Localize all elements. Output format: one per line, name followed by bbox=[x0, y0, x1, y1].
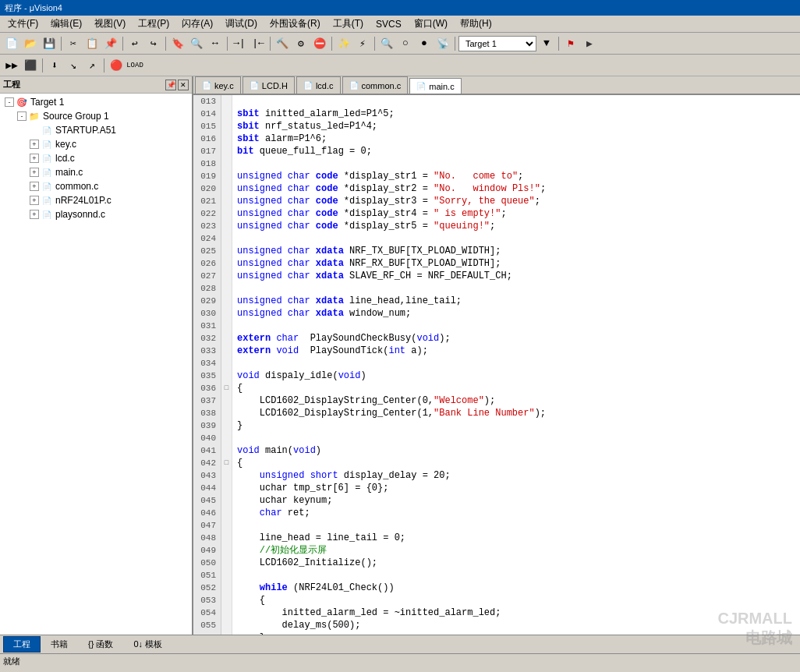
options-btn[interactable]: ○ bbox=[397, 35, 414, 52]
device-btn[interactable]: 📡 bbox=[434, 35, 451, 52]
line-code-046[interactable]: char ret; bbox=[232, 507, 800, 519]
line-code-026[interactable]: unsigned char xdata NRF_RX_BUF[TX_PLOAD_… bbox=[232, 257, 800, 270]
menu-peripherals[interactable]: 外围设备(R) bbox=[264, 16, 327, 32]
line-code-050[interactable]: LCD1602_Initialize(); bbox=[232, 557, 800, 569]
menu-window[interactable]: 窗口(W) bbox=[408, 16, 454, 32]
panel-close-btn[interactable]: ✕ bbox=[178, 80, 189, 90]
line-fold-036[interactable]: □ bbox=[221, 382, 232, 394]
settings-btn[interactable]: ● bbox=[416, 35, 433, 52]
copy-btn[interactable]: 📋 bbox=[83, 35, 101, 52]
build-target-btn[interactable]: 🔨 bbox=[274, 35, 291, 52]
flash-btn[interactable]: ⚡ bbox=[354, 35, 371, 52]
paste-btn[interactable]: 📌 bbox=[102, 35, 119, 52]
line-code-025[interactable]: unsigned char xdata NRF_TX_BUF[TX_PLOAD_… bbox=[232, 245, 800, 257]
menu-flash[interactable]: 闪存(A) bbox=[175, 16, 219, 32]
tree-keyc[interactable]: + 📄 key.c bbox=[2, 137, 190, 151]
line-code-023[interactable]: unsigned char code *display_str5 = "queu… bbox=[232, 220, 800, 232]
line-code-019[interactable]: unsigned char code *display_str1 = "No. … bbox=[232, 170, 800, 182]
cut-btn[interactable]: ✂ bbox=[65, 35, 82, 52]
line-code-030[interactable]: unsigned char xdata window_num; bbox=[232, 307, 800, 320]
expand-source-icon[interactable]: - bbox=[17, 111, 27, 121]
rebuild-btn[interactable]: ⚙ bbox=[292, 35, 310, 52]
line-code-037[interactable]: LCD1602_DisplayString_Center(0,"Welcome"… bbox=[232, 394, 800, 407]
expand-nrf-icon[interactable]: + bbox=[30, 196, 39, 205]
menu-project[interactable]: 工程(P) bbox=[132, 16, 175, 32]
tab-commonc[interactable]: 📄 common.c bbox=[342, 76, 409, 94]
line-code-034[interactable] bbox=[232, 357, 800, 370]
breakpoint[interactable]: 🔴 bbox=[108, 57, 125, 74]
line-code-028[interactable] bbox=[232, 282, 800, 295]
bookmark-btn[interactable]: 🔖 bbox=[169, 35, 186, 52]
line-code-031[interactable] bbox=[232, 320, 800, 332]
tab-lcdc[interactable]: 📄 lcd.c bbox=[296, 76, 341, 94]
line-code-039[interactable]: } bbox=[232, 419, 800, 432]
expand-main-icon[interactable]: + bbox=[30, 168, 39, 177]
line-code-052[interactable]: while (NRF24L01_Check()) bbox=[232, 582, 800, 594]
step-over[interactable]: ⬇ bbox=[46, 57, 63, 74]
line-code-047[interactable] bbox=[232, 519, 800, 532]
line-code-055[interactable]: delay_ms(500); bbox=[232, 619, 800, 631]
line-code-044[interactable]: uchar tmp_str[6] = {0}; bbox=[232, 482, 800, 494]
expand-key-icon[interactable]: + bbox=[30, 140, 39, 149]
line-code-049[interactable]: //初始化显示屏 bbox=[232, 544, 800, 557]
tree-lcdc[interactable]: + 📄 lcd.c bbox=[2, 151, 190, 165]
magic-btn[interactable]: ✨ bbox=[335, 35, 352, 52]
menu-file[interactable]: 文件(F) bbox=[2, 16, 44, 32]
tree-commonc[interactable]: + 📄 common.c bbox=[2, 179, 190, 193]
tree-startup[interactable]: 📄 STARTUP.A51 bbox=[2, 123, 190, 137]
expand-common-icon[interactable]: + bbox=[30, 182, 39, 191]
line-code-018[interactable] bbox=[232, 157, 800, 170]
line-code-041[interactable]: void main(void) bbox=[232, 444, 800, 457]
stop-btn[interactable]: ⛔ bbox=[311, 35, 328, 52]
line-code-056[interactable]: } bbox=[232, 631, 800, 635]
search-zoom-btn[interactable]: 🔍 bbox=[378, 35, 395, 52]
indent-btn[interactable]: →| bbox=[231, 35, 248, 52]
replace-btn[interactable]: ↔ bbox=[207, 35, 224, 52]
tree-playc[interactable]: + 📄 playsonnd.c bbox=[2, 207, 190, 221]
tree-mainc[interactable]: + 📄 main.c bbox=[2, 165, 190, 179]
target-dropdown[interactable]: Target 1 bbox=[458, 36, 536, 51]
menu-help[interactable]: 帮助(H) bbox=[454, 16, 498, 32]
redo-btn[interactable]: ↪ bbox=[145, 35, 162, 52]
tree-nrfc[interactable]: + 📄 nRF24L01P.c bbox=[2, 193, 190, 207]
bottom-tab-templates[interactable]: 0↓ 模板 bbox=[123, 636, 172, 653]
line-code-033[interactable]: extern void PlaySoundTick(int a); bbox=[232, 345, 800, 357]
menu-view[interactable]: 视图(V) bbox=[88, 16, 132, 32]
save-btn[interactable]: 💾 bbox=[41, 35, 58, 52]
step-out[interactable]: ↗ bbox=[83, 57, 101, 74]
line-code-024[interactable] bbox=[232, 232, 800, 245]
line-code-048[interactable]: line_head = line_tail = 0; bbox=[232, 532, 800, 544]
new-btn[interactable]: 📄 bbox=[3, 35, 20, 52]
tree-target1[interactable]: - 🎯 Target 1 bbox=[2, 95, 190, 109]
bottom-tab-functions[interactable]: {} 函数 bbox=[78, 636, 123, 653]
line-code-014[interactable]: sbit initted_alarm_led=P1^5; bbox=[232, 108, 800, 120]
line-code-022[interactable]: unsigned char code *display_str4 = " is … bbox=[232, 207, 800, 220]
bottom-tab-books[interactable]: 书籍 bbox=[41, 636, 78, 653]
bottom-tab-project[interactable]: 工程 bbox=[3, 636, 41, 653]
expand-lcd-icon[interactable]: + bbox=[30, 154, 39, 163]
tab-lcdh[interactable]: 📄 LCD.H bbox=[242, 76, 295, 94]
tree-sourcegroup1[interactable]: - 📁 Source Group 1 bbox=[2, 109, 190, 123]
panel-pin-btn[interactable]: 📌 bbox=[165, 80, 176, 90]
debug-stop[interactable]: ⬛ bbox=[22, 57, 39, 74]
load-btn[interactable]: LOAD bbox=[126, 57, 143, 74]
menu-debug[interactable]: 调试(D) bbox=[219, 16, 264, 32]
line-code-017[interactable]: bit queue_full_flag = 0; bbox=[232, 145, 800, 157]
target-options-btn[interactable]: ▼ bbox=[538, 35, 555, 52]
line-code-043[interactable]: unsigned short display_delay = 20; bbox=[232, 469, 800, 482]
line-code-053[interactable]: { bbox=[232, 594, 800, 607]
unindent-btn[interactable]: |← bbox=[250, 35, 267, 52]
line-code-035[interactable]: void dispaly_idle(void) bbox=[232, 370, 800, 382]
line-fold-042[interactable]: □ bbox=[221, 457, 232, 469]
tab-keyc[interactable]: 📄 key.c bbox=[195, 76, 241, 94]
line-code-027[interactable]: unsigned char xdata SLAVE_RF_CH = NRF_DE… bbox=[232, 270, 800, 282]
line-code-029[interactable]: unsigned char xdata line_head,line_tail; bbox=[232, 295, 800, 307]
expand-play-icon[interactable]: + bbox=[30, 210, 39, 219]
run-btn[interactable]: ▶ bbox=[581, 35, 598, 52]
menu-tools[interactable]: 工具(T) bbox=[327, 16, 370, 32]
line-code-054[interactable]: initted_alarm_led = ~initted_alarm_led; bbox=[232, 607, 800, 619]
line-code-051[interactable] bbox=[232, 569, 800, 582]
line-code-020[interactable]: unsigned char code *display_str2 = "No. … bbox=[232, 182, 800, 195]
line-code-015[interactable]: sbit nrf_status_led=P1^4; bbox=[232, 120, 800, 133]
line-code-045[interactable]: uchar keynum; bbox=[232, 494, 800, 507]
